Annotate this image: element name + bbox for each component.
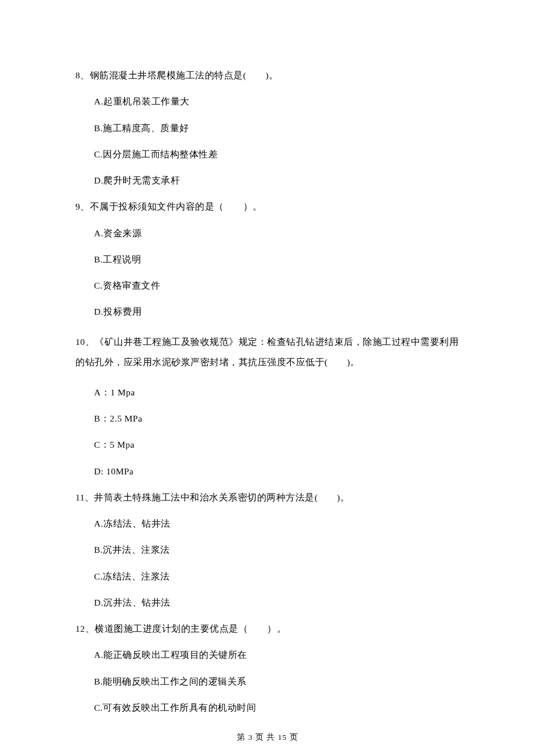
question-number: 12、: [75, 624, 95, 633]
option-a: A.冻结法、钻井法: [75, 517, 460, 530]
option-a: A.资金来源: [75, 226, 460, 240]
question-number: 11、: [75, 492, 94, 502]
question-stem: 钢筋混凝土井塔爬模施工法的特点是( )。: [90, 70, 279, 80]
question-text: 8、钢筋混凝土井塔爬模施工法的特点是( )。: [75, 69, 460, 82]
option-d: D: 10MPa: [75, 465, 460, 478]
question-8: 8、钢筋混凝土井塔爬模施工法的特点是( )。 A.起重机吊装工作量大 B.施工精…: [75, 69, 460, 187]
option-d: D.沉井法、钻井法: [75, 596, 460, 609]
question-10: 10、《矿山井巷工程施工及验收规范》规定：检查钻孔钻进结束后，除施工过程中需要利…: [75, 332, 460, 478]
option-a: A.起重机吊装工作量大: [75, 95, 460, 108]
option-c: C.冻结法、注浆法: [75, 570, 460, 583]
question-stem: 不属于投标须知文件内容的是（ ）。: [90, 201, 262, 211]
option-b: B.能明确反映出工作之间的逻辑关系: [75, 675, 460, 688]
page-footer: 第 3 页 共 15 页: [75, 732, 460, 743]
option-b: B.沉井法、注浆法: [75, 543, 460, 556]
option-c: C.资格审查文件: [75, 279, 460, 292]
option-d: D.投标费用: [75, 305, 460, 318]
question-stem: 横道图施工进度计划的主要优点是（ ）。: [95, 624, 286, 633]
option-b: B.工程说明: [75, 253, 460, 266]
question-stem: 《矿山井巷工程施工及验收规范》规定：检查钻孔钻进结束后，除施工过程中需要利用的钻…: [75, 337, 459, 368]
question-text: 11、井筒表土特殊施工法中和治水关系密切的两种方法是( )。: [75, 491, 460, 504]
page-content: 8、钢筋混凝土井塔爬模施工法的特点是( )。 A.起重机吊装工作量大 B.施工精…: [0, 0, 534, 756]
question-stem: 井筒表土特殊施工法中和治水关系密切的两种方法是( )。: [94, 492, 349, 502]
question-text: 9、不属于投标须知文件内容的是（ ）。: [75, 200, 460, 213]
option-a: A：1 Mpa: [75, 386, 460, 399]
question-number: 8、: [75, 70, 90, 80]
question-number: 10、: [75, 337, 95, 347]
question-9: 9、不属于投标须知文件内容的是（ ）。 A.资金来源 B.工程说明 C.资格审查…: [75, 200, 460, 318]
question-text: 10、《矿山井巷工程施工及验收规范》规定：检查钻孔钻进结束后，除施工过程中需要利…: [75, 332, 460, 373]
question-11: 11、井筒表土特殊施工法中和治水关系密切的两种方法是( )。 A.冻结法、钻井法…: [75, 491, 460, 609]
option-c: C.可有效反映出工作所具有的机动时间: [75, 701, 460, 714]
option-d: D.爬升时无需支承杆: [75, 174, 460, 187]
question-number: 9、: [75, 201, 90, 211]
option-b: B.施工精度高、质量好: [75, 121, 460, 135]
question-text: 12、横道图施工进度计划的主要优点是（ ）。: [75, 622, 460, 635]
option-c: C：5 Mpa: [75, 438, 460, 451]
option-a: A.能正确反映出工程项目的关键所在: [75, 648, 460, 661]
question-12: 12、横道图施工进度计划的主要优点是（ ）。 A.能正确反映出工程项目的关键所在…: [75, 622, 460, 714]
option-b: B：2.5 MPa: [75, 412, 460, 425]
option-c: C.因分层施工而结构整体性差: [75, 147, 460, 161]
